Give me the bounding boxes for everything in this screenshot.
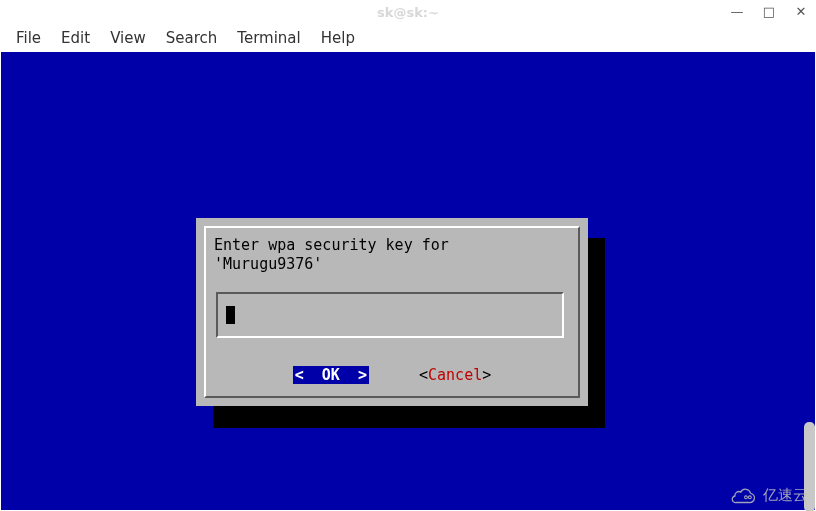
cloud-icon	[731, 487, 757, 505]
menubar: File Edit View Search Terminal Help	[0, 24, 816, 52]
prompt-text-line2: 'Murugu9376'	[214, 255, 570, 274]
terminal-area[interactable]: Enter wpa security key for 'Murugu9376' …	[1, 52, 815, 510]
minimize-button[interactable]: —	[728, 2, 746, 20]
window-title: sk@sk:~	[377, 5, 439, 20]
cancel-bracket-right: >	[482, 366, 491, 384]
close-button[interactable]: ✕	[792, 2, 810, 20]
watermark-text: 亿速云	[763, 486, 808, 505]
dialog-content: Enter wpa security key for 'Murugu9376' …	[214, 236, 570, 388]
svg-point-0	[745, 495, 748, 498]
wpa-key-dialog: Enter wpa security key for 'Murugu9376' …	[196, 218, 588, 406]
menu-edit[interactable]: Edit	[51, 26, 100, 50]
menu-search[interactable]: Search	[156, 26, 228, 50]
text-cursor	[226, 306, 235, 324]
watermark: 亿速云	[731, 486, 808, 505]
menu-file[interactable]: File	[6, 26, 51, 50]
menu-help[interactable]: Help	[311, 26, 365, 50]
cancel-button[interactable]: <Cancel>	[419, 366, 491, 384]
window-controls: — □ ✕	[728, 2, 810, 20]
button-row: < OK > <Cancel>	[214, 366, 570, 384]
menu-view[interactable]: View	[100, 26, 156, 50]
wpa-key-input[interactable]	[216, 292, 564, 338]
menu-terminal[interactable]: Terminal	[227, 26, 310, 50]
cancel-hotkey: Cancel	[428, 366, 482, 384]
titlebar: sk@sk:~ — □ ✕	[0, 0, 816, 24]
svg-point-1	[748, 495, 751, 498]
ok-button[interactable]: < OK >	[293, 366, 369, 384]
maximize-button[interactable]: □	[760, 2, 778, 20]
prompt-text-line1: Enter wpa security key for	[214, 236, 570, 255]
cancel-bracket-left: <	[419, 366, 428, 384]
